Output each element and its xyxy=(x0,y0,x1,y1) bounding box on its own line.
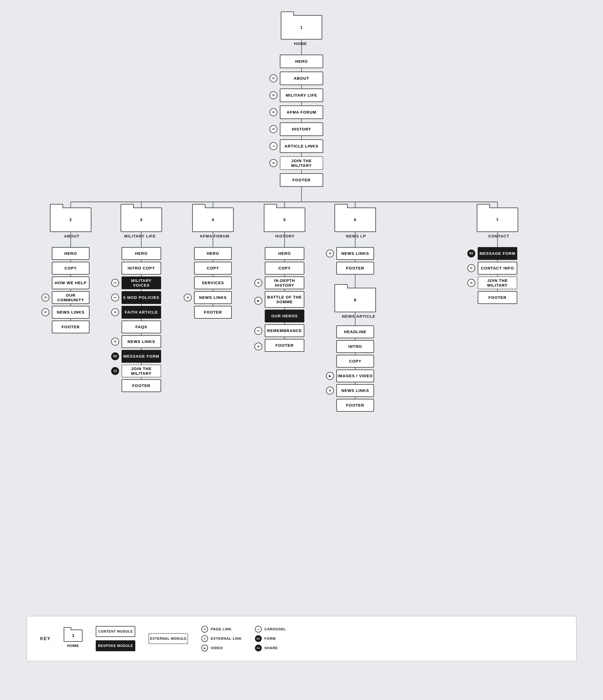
icon-badge: G xyxy=(467,264,475,272)
node-label: AFMA FORUM xyxy=(200,234,230,239)
node-label: HOME xyxy=(294,42,307,46)
node-label: NEWS LP xyxy=(346,234,366,239)
icon-badge: ▶ xyxy=(255,297,262,305)
icon-badge: ••• xyxy=(111,294,119,301)
icon-badge: ⟳ xyxy=(184,294,192,301)
key-section: KEY1HOMECONTENT MODULEBESPOKE MODULEEXTE… xyxy=(26,616,577,661)
node-label: HISTORY xyxy=(275,234,295,239)
icon-badge: ⟳ xyxy=(269,159,278,167)
icon-badge: ▶ xyxy=(326,372,334,380)
icon-badge: ⟳ xyxy=(326,250,334,257)
icon-badge: ⟳ xyxy=(42,294,49,301)
node-label: MILITARY LIFE xyxy=(124,234,155,239)
node-label: CONTACT xyxy=(488,234,509,239)
icon-badge: 13 xyxy=(111,367,119,375)
icon-badge: ••• xyxy=(255,327,262,335)
icon-badge: ⟳ xyxy=(42,308,49,316)
key-label: KEY xyxy=(40,636,50,641)
icon-badge: ↗ xyxy=(269,142,278,150)
icon-badge: ⟳ xyxy=(269,108,278,116)
icon-badge: ⟳ xyxy=(111,308,119,316)
icon-badge: ⟳ xyxy=(269,91,278,99)
node-label: ABOUT xyxy=(64,234,79,239)
icon-badge: ⟳ xyxy=(269,125,278,133)
icon-badge: ⟳ xyxy=(326,386,334,395)
node-label: NEWS ARTICLE xyxy=(342,314,376,319)
icon-badge: R2 xyxy=(467,250,475,257)
icon-badge: ••• xyxy=(111,279,119,287)
diagram-container: 1HOMEHEROABOUTMILITARY LIFEAFMA FORUMHIS… xyxy=(0,0,603,659)
icon-badge: R2 xyxy=(111,352,119,360)
key-folder: 1 xyxy=(64,630,82,642)
icon-badge: ⟳ xyxy=(111,338,119,346)
icon-badge: ⟳ xyxy=(255,343,262,350)
icon-badge: ⟳ xyxy=(255,279,262,287)
icon-badge: ⟳ xyxy=(269,74,278,82)
icon-badge: ⟳ xyxy=(467,279,475,287)
